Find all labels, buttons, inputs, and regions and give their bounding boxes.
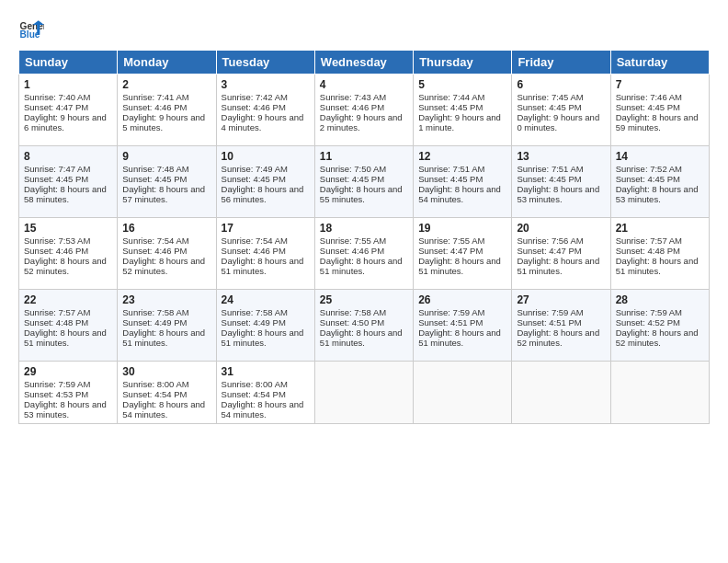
week-row-3: 15 Sunrise: 7:53 AM Sunset: 4:46 PM Dayl…: [19, 218, 710, 290]
sunrise-text: Sunrise: 7:55 AM: [418, 236, 484, 246]
daylight-text: Daylight: 9 hours and 0 minutes.: [517, 112, 599, 132]
daylight-text: Daylight: 8 hours and 52 minutes.: [122, 256, 205, 276]
sunset-text: Sunset: 4:47 PM: [24, 102, 88, 112]
day-cell: [414, 362, 512, 424]
calendar-page: General Blue SundayMondayTuesdayWednesda…: [0, 0, 728, 563]
day-number: 11: [320, 150, 408, 163]
daylight-text: Daylight: 8 hours and 51 minutes.: [616, 256, 699, 276]
day-number: 21: [616, 222, 704, 235]
sunset-text: Sunset: 4:45 PM: [517, 174, 581, 184]
sunrise-text: Sunrise: 7:51 AM: [418, 164, 484, 174]
sunset-text: Sunset: 4:45 PM: [122, 174, 187, 184]
sunrise-text: Sunrise: 7:58 AM: [320, 307, 386, 317]
day-number: 17: [222, 222, 310, 235]
day-number: 16: [122, 222, 210, 235]
day-cell: 21 Sunrise: 7:57 AM Sunset: 4:48 PM Dayl…: [610, 218, 709, 290]
sunrise-text: Sunrise: 7:47 AM: [24, 164, 90, 174]
sunrise-text: Sunrise: 7:49 AM: [222, 164, 288, 174]
day-number: 28: [616, 293, 704, 306]
sunrise-text: Sunrise: 7:43 AM: [320, 92, 386, 102]
week-row-2: 8 Sunrise: 7:47 AM Sunset: 4:45 PM Dayli…: [19, 146, 710, 218]
weekday-header-thursday: Thursday: [414, 51, 512, 75]
sunset-text: Sunset: 4:46 PM: [222, 246, 286, 256]
sunset-text: Sunset: 4:46 PM: [320, 102, 384, 112]
day-cell: 24 Sunrise: 7:58 AM Sunset: 4:49 PM Dayl…: [216, 290, 314, 362]
sunrise-text: Sunrise: 8:00 AM: [222, 379, 288, 389]
weekday-header-tuesday: Tuesday: [216, 51, 314, 75]
day-cell: 15 Sunrise: 7:53 AM Sunset: 4:46 PM Dayl…: [19, 218, 118, 290]
day-number: 8: [24, 150, 112, 163]
day-cell: 29 Sunrise: 7:59 AM Sunset: 4:53 PM Dayl…: [19, 362, 118, 424]
day-number: 12: [418, 150, 506, 163]
sunset-text: Sunset: 4:50 PM: [320, 317, 384, 327]
daylight-text: Daylight: 9 hours and 1 minute.: [418, 112, 501, 132]
day-number: 22: [24, 293, 112, 306]
sunset-text: Sunset: 4:54 PM: [222, 389, 286, 399]
day-number: 1: [24, 78, 112, 91]
day-number: 18: [320, 222, 408, 235]
day-cell: 17 Sunrise: 7:54 AM Sunset: 4:46 PM Dayl…: [216, 218, 314, 290]
daylight-text: Daylight: 8 hours and 51 minutes.: [122, 327, 205, 348]
day-number: 25: [320, 293, 408, 306]
day-cell: 11 Sunrise: 7:50 AM Sunset: 4:45 PM Dayl…: [314, 146, 413, 218]
day-cell: 2 Sunrise: 7:41 AM Sunset: 4:46 PM Dayli…: [118, 75, 216, 146]
daylight-text: Daylight: 8 hours and 55 minutes.: [320, 184, 403, 204]
day-number: 27: [517, 293, 605, 306]
day-number: 7: [616, 78, 704, 91]
daylight-text: Daylight: 8 hours and 51 minutes.: [24, 327, 107, 348]
day-cell: 23 Sunrise: 7:58 AM Sunset: 4:49 PM Dayl…: [118, 290, 216, 362]
day-cell: [610, 362, 709, 424]
sunset-text: Sunset: 4:49 PM: [122, 317, 187, 327]
sunset-text: Sunset: 4:45 PM: [616, 102, 680, 112]
sunrise-text: Sunrise: 7:59 AM: [517, 307, 583, 317]
daylight-text: Daylight: 8 hours and 53 minutes.: [517, 184, 599, 204]
daylight-text: Daylight: 8 hours and 51 minutes.: [320, 327, 403, 348]
day-number: 14: [616, 150, 704, 163]
daylight-text: Daylight: 8 hours and 53 minutes.: [24, 399, 107, 419]
daylight-text: Daylight: 8 hours and 52 minutes.: [517, 327, 599, 348]
daylight-text: Daylight: 8 hours and 51 minutes.: [320, 256, 403, 276]
daylight-text: Daylight: 8 hours and 51 minutes.: [517, 256, 599, 276]
sunset-text: Sunset: 4:46 PM: [320, 246, 384, 256]
day-cell: 25 Sunrise: 7:58 AM Sunset: 4:50 PM Dayl…: [314, 290, 413, 362]
sunset-text: Sunset: 4:49 PM: [222, 317, 286, 327]
weekday-header-wednesday: Wednesday: [314, 51, 413, 75]
day-number: 3: [222, 78, 310, 91]
day-cell: 1 Sunrise: 7:40 AM Sunset: 4:47 PM Dayli…: [19, 75, 118, 146]
day-cell: 30 Sunrise: 8:00 AM Sunset: 4:54 PM Dayl…: [118, 362, 216, 424]
daylight-text: Daylight: 8 hours and 57 minutes.: [122, 184, 205, 204]
week-row-4: 22 Sunrise: 7:57 AM Sunset: 4:48 PM Dayl…: [19, 290, 710, 362]
daylight-text: Daylight: 8 hours and 54 minutes.: [122, 399, 205, 419]
logo-icon: General Blue: [18, 15, 44, 40]
daylight-text: Daylight: 8 hours and 56 minutes.: [222, 184, 304, 204]
sunrise-text: Sunrise: 7:59 AM: [616, 307, 682, 317]
day-number: 2: [122, 78, 210, 91]
day-cell: 28 Sunrise: 7:59 AM Sunset: 4:52 PM Dayl…: [610, 290, 709, 362]
day-number: 26: [418, 293, 506, 306]
day-cell: 22 Sunrise: 7:57 AM Sunset: 4:48 PM Dayl…: [19, 290, 118, 362]
sunrise-text: Sunrise: 7:45 AM: [517, 92, 583, 102]
day-number: 6: [517, 78, 605, 91]
sunrise-text: Sunrise: 7:40 AM: [24, 92, 90, 102]
sunset-text: Sunset: 4:53 PM: [24, 389, 88, 399]
day-cell: 27 Sunrise: 7:59 AM Sunset: 4:51 PM Dayl…: [512, 290, 610, 362]
day-number: 4: [320, 78, 408, 91]
sunrise-text: Sunrise: 7:46 AM: [616, 92, 682, 102]
daylight-text: Daylight: 8 hours and 51 minutes.: [418, 327, 501, 348]
sunset-text: Sunset: 4:45 PM: [616, 174, 680, 184]
daylight-text: Daylight: 8 hours and 51 minutes.: [222, 327, 304, 348]
header: General Blue: [18, 15, 710, 40]
sunrise-text: Sunrise: 7:41 AM: [122, 92, 188, 102]
day-number: 9: [122, 150, 210, 163]
day-cell: 6 Sunrise: 7:45 AM Sunset: 4:45 PM Dayli…: [512, 75, 610, 146]
weekday-header-row: SundayMondayTuesdayWednesdayThursdayFrid…: [19, 51, 710, 75]
sunset-text: Sunset: 4:46 PM: [122, 246, 187, 256]
day-cell: 4 Sunrise: 7:43 AM Sunset: 4:46 PM Dayli…: [314, 75, 413, 146]
week-row-1: 1 Sunrise: 7:40 AM Sunset: 4:47 PM Dayli…: [19, 75, 710, 146]
daylight-text: Daylight: 8 hours and 52 minutes.: [24, 256, 107, 276]
sunrise-text: Sunrise: 7:51 AM: [517, 164, 583, 174]
week-row-5: 29 Sunrise: 7:59 AM Sunset: 4:53 PM Dayl…: [19, 362, 710, 424]
sunrise-text: Sunrise: 7:44 AM: [418, 92, 484, 102]
sunrise-text: Sunrise: 7:57 AM: [24, 307, 90, 317]
daylight-text: Daylight: 9 hours and 4 minutes.: [222, 112, 304, 132]
